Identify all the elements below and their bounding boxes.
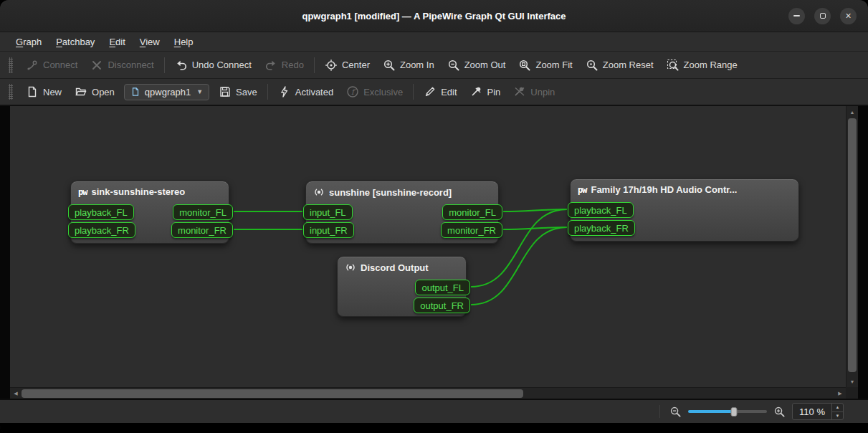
zoom-out-icon [447, 59, 460, 72]
exclusive-button[interactable]: f Exclusive [340, 82, 409, 102]
scroll-right-arrow[interactable]: ▶ [834, 388, 846, 399]
discord-port-output-fl[interactable]: output_FL [415, 280, 470, 295]
menu-patchbay[interactable]: Patchbay [49, 34, 102, 49]
pin-button[interactable]: Pin [464, 82, 507, 102]
sink-port-playback-fr[interactable]: playback_FR [68, 222, 135, 238]
redo-icon [264, 59, 277, 72]
menu-edit[interactable]: Edit [102, 34, 132, 49]
menu-help[interactable]: Help [167, 34, 201, 49]
edit-label: Edit [441, 87, 457, 97]
zoom-spin-down[interactable]: ▼ [832, 412, 843, 420]
titlebar[interactable]: qpwgraph1 [modified] — A PipeWire Graph … [0, 0, 868, 32]
sink-port-monitor-fl[interactable]: monitor_FL [173, 204, 233, 220]
redo-button[interactable]: Redo [258, 55, 310, 75]
node-family-hd-audio[interactable]: pw Family 17h/19h HD Audio Contr... play… [570, 179, 799, 242]
zoom-in-icon[interactable] [773, 406, 786, 418]
zoom-in-label: Zoom In [400, 60, 434, 70]
zoom-in-button[interactable]: Zoom In [376, 55, 441, 75]
sunshine-port-input-fl[interactable]: input_FL [303, 204, 353, 220]
zoom-fit-label: Zoom Fit [535, 60, 572, 70]
zoom-in-icon [383, 59, 396, 72]
sunshine-port-input-fr[interactable]: input_FR [303, 222, 354, 238]
unpin-button[interactable]: Unpin [507, 82, 561, 102]
zoom-spinbox[interactable]: 110 % ▲ ▼ [792, 403, 844, 420]
graph-canvas[interactable]: pw sink-sunshine-stereo playback_FL play… [10, 106, 846, 387]
zoom-value[interactable]: 110 % [793, 404, 831, 419]
activated-label: Activated [295, 87, 333, 97]
sink-port-playback-fl[interactable]: playback_FL [68, 204, 134, 220]
center-icon [325, 59, 338, 72]
zoom-range-button[interactable]: Zoom Range [660, 55, 744, 75]
disconnect-label: Disconnect [108, 60, 153, 70]
family-port-playback-fl[interactable]: playback_FL [568, 202, 634, 218]
disconnect-button[interactable]: Disconnect [84, 55, 160, 75]
pin-label: Pin [487, 87, 501, 97]
record-icon [313, 186, 325, 198]
redo-label: Redo [282, 60, 304, 70]
zoom-slider-track[interactable] [688, 410, 767, 413]
unpin-icon [513, 85, 526, 98]
toolbar-drag-handle[interactable] [9, 57, 13, 73]
undo-icon [175, 59, 188, 72]
node-title: sink-sunshine-stereo [91, 186, 185, 197]
pipewire-icon: pw [578, 185, 586, 195]
vertical-scrollbar[interactable]: ▲ ▼ [846, 106, 858, 387]
new-button[interactable]: New [19, 82, 68, 102]
node-sunshine-record[interactable]: sunshine [sunshine-record] input_FL inpu… [305, 181, 499, 244]
scrollbar-corner [846, 387, 858, 399]
maximize-icon [820, 13, 826, 19]
node-header[interactable]: Discord Output [338, 257, 466, 273]
save-icon [219, 85, 232, 98]
scroll-left-arrow[interactable]: ◀ [10, 388, 22, 399]
maximize-button[interactable] [814, 8, 831, 24]
zoom-spin-up[interactable]: ▲ [832, 404, 843, 412]
zoom-spin-arrows: ▲ ▼ [831, 404, 843, 419]
scroll-down-arrow[interactable]: ▼ [846, 376, 858, 387]
scroll-up-arrow[interactable]: ▲ [846, 106, 858, 118]
minimize-button[interactable] [788, 8, 805, 24]
undo-connect-button[interactable]: Undo Connect [168, 55, 258, 75]
new-label: New [43, 87, 62, 97]
zoom-out-icon[interactable] [669, 406, 682, 418]
menu-graph[interactable]: Graph [9, 34, 49, 49]
sunshine-port-monitor-fr[interactable]: monitor_FR [441, 222, 502, 238]
zoom-slider[interactable] [688, 405, 767, 418]
statusbar: 110 % ▲ ▼ [0, 399, 868, 423]
open-button[interactable]: Open [68, 82, 121, 102]
unpin-label: Unpin [530, 87, 555, 97]
discord-port-output-fr[interactable]: output_FR [414, 298, 470, 313]
horizontal-scrollbar[interactable]: ◀ ▶ [10, 387, 846, 399]
window-bottom-edge [0, 423, 868, 433]
edit-button[interactable]: Edit [417, 82, 463, 102]
node-title: sunshine [sunshine-record] [329, 187, 452, 198]
vertical-scroll-handle[interactable] [848, 118, 857, 372]
family-port-playback-fr[interactable]: playback_FR [568, 220, 635, 236]
node-sink-sunshine-stereo[interactable]: pw sink-sunshine-stereo playback_FL play… [70, 181, 229, 244]
save-button[interactable]: Save [212, 82, 264, 102]
close-button[interactable]: × [840, 8, 857, 24]
node-header[interactable]: pw sink-sunshine-stereo [71, 181, 229, 197]
zoom-reset-button[interactable]: Zoom Reset [579, 55, 660, 75]
zoom-slider-handle[interactable] [730, 407, 737, 417]
zoom-fit-button[interactable]: Zoom Fit [512, 55, 578, 75]
connect-button[interactable]: Connect [19, 55, 84, 75]
node-header[interactable]: sunshine [sunshine-record] [306, 181, 498, 198]
menu-view[interactable]: View [133, 34, 167, 49]
zoom-range-label: Zoom Range [684, 60, 738, 70]
patchbay-toolbar: New Open qpwgraph1 ▼ Save [0, 79, 868, 106]
exclusive-label: Exclusive [363, 87, 403, 97]
horizontal-scroll-handle[interactable] [22, 389, 523, 398]
node-header[interactable]: pw Family 17h/19h HD Audio Contr... [571, 179, 798, 195]
node-discord-output[interactable]: Discord Output output_FL output_FR [337, 256, 467, 317]
sink-port-monitor-fr[interactable]: monitor_FR [171, 222, 233, 238]
sunshine-port-monitor-fl[interactable]: monitor_FL [442, 204, 502, 220]
pipewire-icon: pw [78, 187, 87, 197]
activated-button[interactable]: Activated [272, 82, 340, 102]
center-button[interactable]: Center [318, 55, 376, 75]
zoom-out-button[interactable]: Zoom Out [441, 55, 512, 75]
zoom-out-label: Zoom Out [464, 60, 506, 70]
save-label: Save [236, 87, 257, 97]
central-area: pw sink-sunshine-stereo playback_FL play… [0, 106, 868, 399]
toolbar-drag-handle[interactable] [9, 84, 13, 100]
patchbay-selector[interactable]: qpwgraph1 ▼ [124, 84, 209, 100]
